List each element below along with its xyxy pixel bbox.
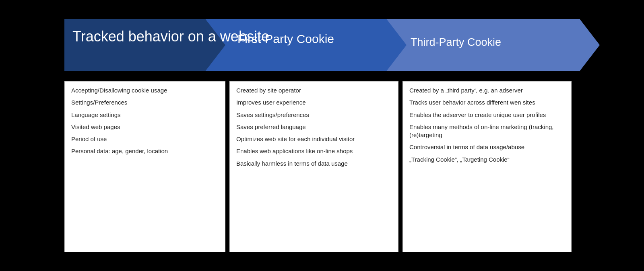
panel-tracked-behavior: Accepting/Disallowing cookie usage Setti… [64,81,225,252]
list-item: Visited web pages [71,123,219,131]
list-item: Period of use [71,135,219,143]
arrow-3-title: Third-Party Cookie [411,36,501,49]
list-item: Language settings [71,111,219,119]
list-item: Enables many methods of on-line marketin… [409,123,565,140]
list-item: Personal data: age, gender, location [71,147,219,155]
diagram-container: Tracked behavior on a website First-Part… [32,11,612,260]
list-item: Basically harmless in terms of data usag… [236,160,392,168]
panel-first-party: Created by site operator Improves user e… [229,81,398,252]
list-item: Saves settings/preferences [236,111,392,119]
list-item: Tracks user behavior across different we… [409,99,565,107]
list-item: Optimizes web site for each individual v… [236,135,392,143]
arrow-2-title: First-Party Cookie [237,32,334,46]
panel-third-party: Created by a „third party‘, e.g. an adse… [402,81,572,252]
list-item: Settings/Preferences [71,99,219,107]
list-item: Enables web applications like on-line sh… [236,147,392,155]
list-item: Accepting/Disallowing cookie usage [71,86,219,94]
list-item: Saves preferred language [236,123,392,131]
list-item: Enables the adserver to create unique us… [409,111,565,119]
list-item: Improves user experience [236,99,392,107]
list-item: Created by a „third party‘, e.g. an adse… [409,86,565,94]
list-item: Controversial in terms of data usage/abu… [409,143,565,151]
list-item: Created by site operator [236,86,392,94]
list-item: „Tracking Cookie“, „Targeting Cookie“ [409,156,565,164]
